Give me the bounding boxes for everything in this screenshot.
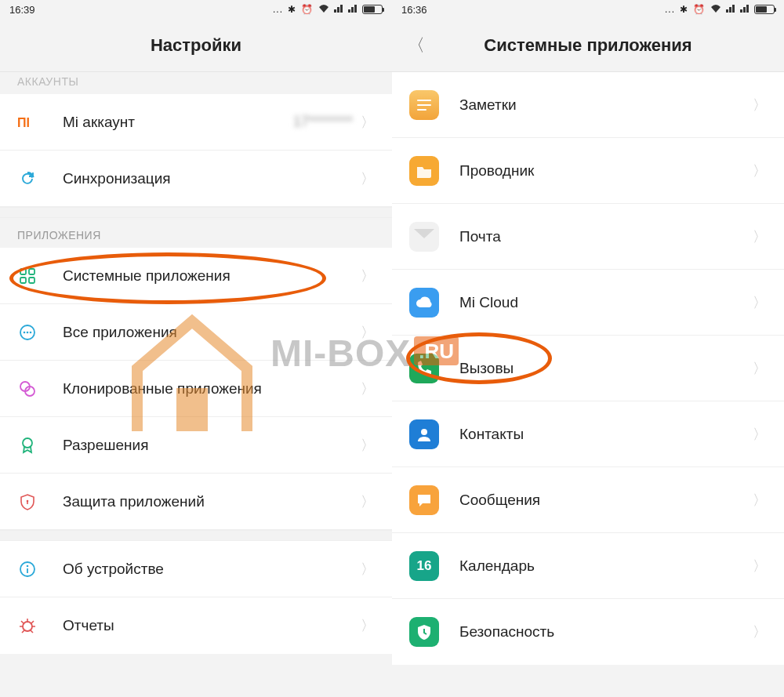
svg-rect-3 — [20, 278, 26, 283]
chevron-right-icon: 〉 — [753, 162, 767, 180]
row-value: 17******** — [293, 114, 353, 130]
chevron-right-icon: 〉 — [361, 436, 375, 455]
back-button[interactable]: 〈 — [408, 34, 425, 57]
grid-icon — [17, 266, 38, 286]
status-icons: ... ✱ ⏰ — [665, 4, 775, 16]
row-cloned-apps[interactable]: Клонированные приложения 〉 — [0, 361, 392, 417]
row-label: Защита приложений — [63, 493, 361, 510]
page-title: Системные приложения — [484, 35, 691, 56]
sync-icon — [17, 169, 38, 189]
svg-point-14 — [27, 564, 29, 567]
status-icons: ... ✱ ⏰ — [273, 4, 383, 16]
signal-icon-2 — [348, 4, 358, 15]
svg-point-6 — [24, 331, 26, 333]
row-label: Проводник — [459, 162, 753, 180]
row-calendar[interactable]: 16 Календарь 〉 — [392, 533, 784, 599]
signal-icon-2 — [740, 4, 750, 15]
row-label: Mi аккаунт — [63, 114, 293, 131]
row-explorer[interactable]: Проводник 〉 — [392, 138, 784, 204]
svg-rect-2 — [29, 269, 34, 274]
section-apps: ПРИЛОЖЕНИЯ — [0, 218, 392, 248]
row-notes[interactable]: Заметки 〉 — [392, 72, 784, 138]
settings-list[interactable]: АККАУНТЫ ПI Mi аккаунт 17******** 〉 Синх… — [0, 72, 392, 697]
notes-icon — [409, 90, 439, 120]
person-icon — [409, 419, 439, 449]
calendar-icon: 16 — [409, 551, 439, 581]
dots-icon — [17, 322, 38, 343]
row-security[interactable]: Безопасность 〉 — [392, 599, 784, 665]
row-mi-account[interactable]: ПI Mi аккаунт 17******** 〉 — [0, 94, 392, 151]
row-label: Mi Cloud — [459, 294, 753, 311]
row-mail[interactable]: Почта 〉 — [392, 204, 784, 270]
system-apps-list[interactable]: Заметки 〉 Проводник 〉 Почта 〉 — [392, 72, 784, 697]
battery-icon — [362, 5, 383, 14]
chevron-right-icon: 〉 — [361, 323, 375, 342]
row-label: Системные приложения — [63, 267, 361, 285]
row-micloud[interactable]: Mi Cloud 〉 — [392, 270, 784, 336]
row-label: Клонированные приложения — [63, 380, 361, 398]
chevron-right-icon: 〉 — [753, 491, 767, 510]
row-calls[interactable]: Вызовы 〉 — [392, 336, 784, 401]
bluetooth-icon: ✱ — [288, 4, 296, 15]
chevron-right-icon: 〉 — [753, 425, 767, 444]
row-system-apps[interactable]: Системные приложения 〉 — [0, 248, 392, 304]
clone-icon — [17, 379, 38, 399]
row-label: Почта — [459, 228, 753, 245]
badge-icon — [17, 435, 38, 456]
chevron-right-icon: 〉 — [361, 560, 375, 579]
info-icon — [17, 559, 38, 579]
alarm-icon: ⏰ — [693, 4, 706, 15]
phone-icon — [409, 354, 439, 383]
row-reports[interactable]: Отчеты 〉 — [0, 597, 392, 654]
chevron-right-icon: 〉 — [753, 623, 767, 641]
svg-point-15 — [23, 622, 32, 631]
chevron-right-icon: 〉 — [361, 113, 375, 132]
row-label: Заметки — [459, 96, 753, 114]
header: 〈 Системные приложения — [392, 19, 784, 72]
clock: 16:36 — [401, 4, 427, 16]
chevron-right-icon: 〉 — [753, 227, 767, 246]
row-messages[interactable]: Сообщения 〉 — [392, 467, 784, 533]
chevron-right-icon: 〉 — [361, 379, 375, 398]
chevron-right-icon: 〉 — [753, 96, 767, 114]
mail-icon — [409, 222, 439, 252]
row-label: Синхронизация — [63, 170, 361, 187]
alarm-icon: ⏰ — [301, 4, 314, 15]
header: Настройки — [0, 19, 392, 72]
chevron-right-icon: 〉 — [361, 169, 375, 188]
bug-icon — [17, 615, 38, 636]
wifi-icon — [710, 4, 721, 16]
row-label: Отчеты — [63, 617, 361, 634]
row-app-lock[interactable]: Защита приложений 〉 — [0, 474, 392, 530]
svg-point-12 — [27, 499, 29, 502]
chevron-right-icon: 〉 — [361, 616, 375, 635]
svg-point-7 — [27, 331, 29, 333]
row-label: Вызовы — [459, 360, 753, 377]
battery-icon — [754, 5, 775, 14]
row-label: Календарь — [459, 557, 753, 575]
clock: 16:39 — [9, 4, 35, 16]
row-label: Все приложения — [63, 324, 361, 341]
page-title: Настройки — [151, 35, 241, 56]
chevron-right-icon: 〉 — [753, 557, 767, 575]
more-icon: ... — [665, 4, 675, 15]
signal-icon-1 — [334, 4, 343, 15]
row-about[interactable]: Об устройстве 〉 — [0, 541, 392, 597]
cloud-icon — [409, 288, 439, 318]
svg-rect-1 — [20, 269, 26, 274]
status-bar: 16:39 ... ✱ ⏰ — [0, 0, 392, 19]
row-sync[interactable]: Синхронизация 〉 — [0, 151, 392, 207]
more-icon: ... — [273, 4, 283, 15]
row-permissions[interactable]: Разрешения 〉 — [0, 417, 392, 474]
svg-text:ПI: ПI — [17, 116, 30, 129]
right-screenshot: 16:36 ... ✱ ⏰ 〈 Системные приложения — [392, 0, 784, 697]
wifi-icon — [318, 4, 329, 16]
message-icon — [409, 485, 439, 515]
svg-point-8 — [30, 331, 32, 333]
row-label: Контакты — [459, 426, 753, 443]
svg-point-11 — [23, 438, 32, 448]
row-contacts[interactable]: Контакты 〉 — [392, 401, 784, 467]
row-all-apps[interactable]: Все приложения 〉 — [0, 304, 392, 361]
left-screenshot: 16:39 ... ✱ ⏰ Настройки АККАУНТЫ ПI Mi а… — [0, 0, 392, 697]
signal-icon-1 — [726, 4, 735, 15]
